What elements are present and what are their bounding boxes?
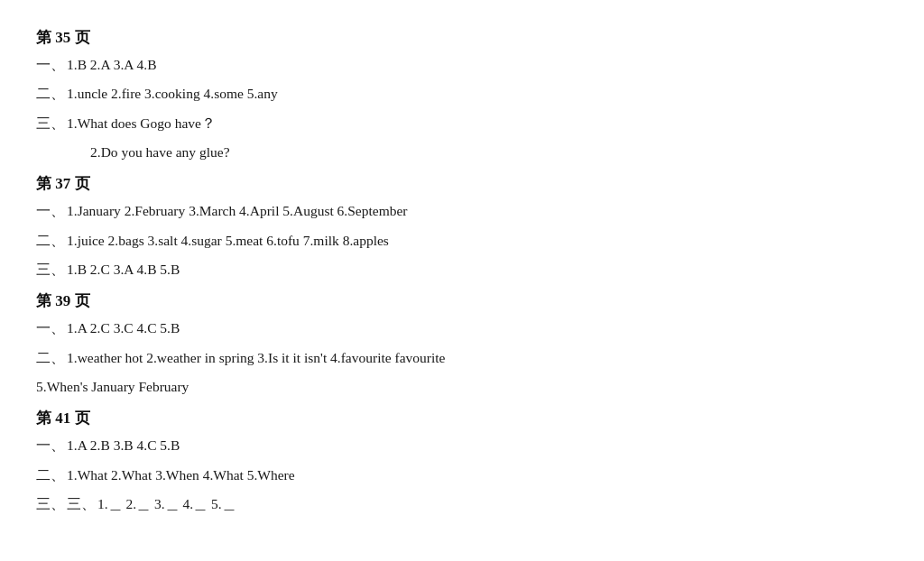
answer-line-page39-1: 二、1.weather hot 2.weather in spring 3.Is… — [36, 346, 888, 370]
answer-line-page39-0: 一、1.A 2.C 3.C 4.C 5.B — [36, 317, 888, 340]
answer-content: 2.Do you have any glue? — [90, 144, 230, 160]
answer-content: 1.B 2.A 3.A 4.B — [67, 57, 156, 72]
answer-label: 二、 — [36, 233, 65, 248]
answer-content: 1.A 2.C 3.C 4.C 5.B — [67, 320, 180, 336]
answer-content: 1.What 2.What 3.When 4.What 5.Where — [67, 467, 295, 483]
answer-line-page37-1: 二、1.juice 2.bags 3.salt 4.sugar 5.meat 6… — [36, 229, 888, 253]
answer-label: 一、 — [36, 57, 65, 72]
section-title-page37: 第 37 页 — [36, 173, 888, 194]
answer-content: 1.What does Gogo have？ — [67, 115, 216, 131]
answer-content: 1.juice 2.bags 3.salt 4.sugar 5.meat 6.t… — [67, 233, 389, 248]
answer-label: 一、 — [36, 320, 65, 336]
answer-label: 一、 — [36, 437, 65, 453]
answer-line-page37-2: 三、1.B 2.C 3.A 4.B 5.B — [36, 258, 888, 281]
answer-label: 三、 — [36, 115, 65, 131]
answer-line-page37-0: 一、1.January 2.February 3.March 4.April 5… — [36, 199, 888, 223]
answer-line-page39-2: 5.When's January February — [36, 375, 888, 399]
answer-content: 1.A 2.B 3.B 4.C 5.B — [67, 437, 180, 453]
answer-content: 1.uncle 2.fire 3.cooking 4.some 5.any — [67, 86, 278, 101]
answer-content: 1.B 2.C 3.A 4.B 5.B — [67, 262, 180, 277]
answer-line-page35-1: 二、1.uncle 2.fire 3.cooking 4.some 5.any — [36, 82, 888, 106]
page-content: 第 35 页一、1.B 2.A 3.A 4.B二、1.uncle 2.fire … — [36, 27, 888, 516]
answer-content: 1.weather hot 2.weather in spring 3.Is i… — [67, 350, 445, 365]
answer-content: 5.When's January February — [36, 379, 189, 394]
section-title-page41: 第 41 页 — [36, 408, 888, 428]
answer-label: 三、 — [36, 496, 65, 511]
answer-line-page35-2: 三、1.What does Gogo have？ — [36, 112, 888, 135]
answer-label: 三、 — [67, 496, 96, 511]
answer-line-page41-2: 三、三、1.＿ 2.＿ 3.＿ 4.＿ 5.＿ — [36, 492, 888, 516]
section-title-page35: 第 35 页 — [36, 27, 888, 48]
answer-line-page41-0: 一、1.A 2.B 3.B 4.C 5.B — [36, 434, 888, 457]
answer-label: 一、 — [36, 203, 65, 218]
answer-label: 二、 — [36, 350, 65, 365]
answer-line-page35-3: 2.Do you have any glue? — [90, 141, 888, 164]
answer-content: 1.＿ 2.＿ 3.＿ 4.＿ 5.＿ — [97, 496, 236, 511]
answer-line-page35-0: 一、1.B 2.A 3.A 4.B — [36, 53, 888, 77]
answer-content: 1.January 2.February 3.March 4.April 5.A… — [67, 203, 408, 218]
answer-label: 三、 — [36, 262, 65, 277]
answer-line-page41-1: 二、1.What 2.What 3.When 4.What 5.Where — [36, 464, 888, 487]
section-title-page39: 第 39 页 — [36, 290, 888, 311]
answer-label: 二、 — [36, 467, 65, 483]
answer-label: 二、 — [36, 86, 65, 101]
